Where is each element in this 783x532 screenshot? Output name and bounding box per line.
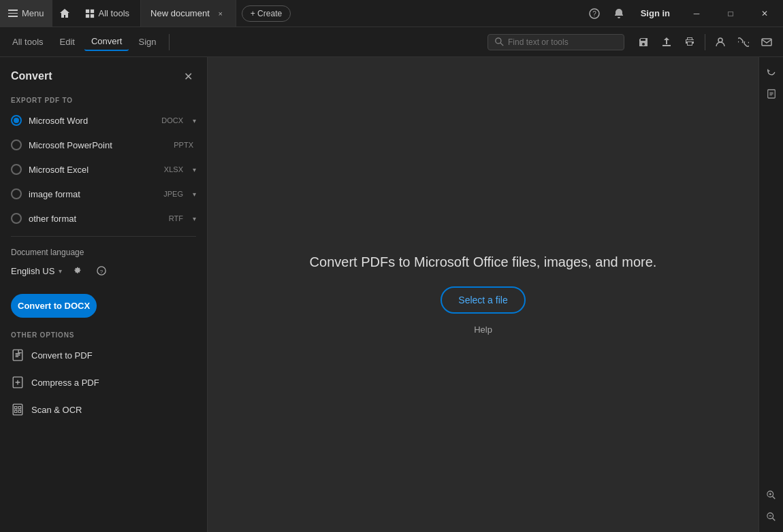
right-panel xyxy=(758,57,783,532)
menu-button[interactable]: Menu xyxy=(0,0,52,27)
radio-excel xyxy=(11,164,22,175)
svg-point-8 xyxy=(718,38,722,42)
gear-icon xyxy=(72,266,82,276)
option-microsoft-excel[interactable]: Microsoft Excel XLSX ▾ xyxy=(0,157,207,182)
tab-label: New document xyxy=(150,8,210,18)
email-button[interactable] xyxy=(756,31,778,53)
svg-rect-3 xyxy=(90,14,93,17)
convert-pdf-icon xyxy=(11,348,25,362)
close-button[interactable]: ✕ xyxy=(749,0,780,27)
save-button[interactable] xyxy=(633,31,654,53)
help-button[interactable]: ? xyxy=(584,3,605,24)
lang-row: English US ▾ ? xyxy=(11,261,196,280)
sign-in-button[interactable]: Sign in xyxy=(633,5,678,22)
print-button[interactable] xyxy=(679,31,701,53)
active-tab[interactable]: New document × xyxy=(140,0,236,27)
svg-rect-2 xyxy=(85,14,89,17)
email-icon xyxy=(761,37,772,48)
sidebar-divider xyxy=(11,236,196,237)
alltools-button[interactable]: All tools xyxy=(77,0,138,27)
bell-icon xyxy=(613,8,624,19)
option-word-label: Microsoft Word xyxy=(29,116,155,126)
svg-rect-14 xyxy=(13,404,22,415)
link-button[interactable] xyxy=(733,31,754,53)
home-icon xyxy=(59,8,70,19)
svg-text:?: ? xyxy=(592,10,596,18)
option-image-format[interactable]: image format JPEG ▾ xyxy=(0,182,207,206)
main-layout: Convert ✕ EXPORT PDF TO Microsoft Word D… xyxy=(0,57,783,532)
tab-area: New document × + Create xyxy=(138,0,584,27)
option-excel-format: XLSX xyxy=(164,165,183,173)
select-file-button[interactable]: Select a file xyxy=(441,286,525,314)
convert-nav-button[interactable]: Convert xyxy=(84,33,129,51)
radio-powerpoint xyxy=(11,139,22,150)
toolbar: All tools Edit Convert Sign xyxy=(0,27,783,57)
create-button[interactable]: + Create xyxy=(242,5,291,22)
lang-settings-button[interactable] xyxy=(67,261,86,280)
sidebar-close-button[interactable]: ✕ xyxy=(180,68,196,84)
lang-help-button[interactable]: ? xyxy=(92,261,111,280)
home-button[interactable] xyxy=(52,0,77,27)
help-icon: ? xyxy=(589,8,600,19)
alltools-nav-button[interactable]: All tools xyxy=(5,33,50,50)
search-input[interactable] xyxy=(508,37,617,47)
option-microsoft-word[interactable]: Microsoft Word DOCX ▾ xyxy=(0,108,207,133)
toolbar-icons xyxy=(633,31,778,53)
compress-pdf-option[interactable]: Compress a PDF xyxy=(0,369,207,396)
option-microsoft-powerpoint[interactable]: Microsoft PowerPoint PPTX xyxy=(0,133,207,157)
option-other-label: other format xyxy=(29,214,162,224)
alltools-label: All tools xyxy=(99,8,130,18)
menu-label: Menu xyxy=(22,8,44,18)
sidebar: Convert ✕ EXPORT PDF TO Microsoft Word D… xyxy=(0,57,208,532)
convert-button[interactable]: Convert to DOCX xyxy=(11,294,97,318)
link-icon xyxy=(738,37,749,48)
radio-other xyxy=(11,213,22,224)
svg-rect-1 xyxy=(90,9,93,12)
minimize-button[interactable]: ─ xyxy=(681,0,712,27)
user-icon xyxy=(715,37,726,48)
sign-nav-button[interactable]: Sign xyxy=(131,33,163,50)
option-ppt-label: Microsoft PowerPoint xyxy=(29,140,167,150)
option-other-format: RTF xyxy=(169,214,183,222)
content-center: Convert PDFs to Microsoft Office files, … xyxy=(310,254,657,335)
compress-icon xyxy=(11,376,25,389)
scan-ocr-option[interactable]: Scan & OCR xyxy=(0,396,207,423)
chevron-image-icon: ▾ xyxy=(193,190,196,198)
upload-button[interactable] xyxy=(656,31,677,53)
help-link[interactable]: Help xyxy=(310,325,657,335)
content-title: Convert PDFs to Microsoft Office files, … xyxy=(310,254,657,270)
user-button[interactable] xyxy=(709,31,731,53)
content-area: Convert PDFs to Microsoft Office files, … xyxy=(208,57,758,532)
toolbar-divider xyxy=(169,34,170,50)
zoom-out-icon[interactable] xyxy=(762,508,781,527)
info-icon: ? xyxy=(97,266,106,276)
refresh-icon[interactable] xyxy=(762,63,781,82)
option-other-format[interactable]: other format RTF ▾ xyxy=(0,206,207,231)
svg-text:?: ? xyxy=(100,269,103,275)
chevron-excel-icon: ▾ xyxy=(193,166,196,173)
titlebar-right: ? Sign in ─ □ ✕ xyxy=(584,0,783,27)
option-word-format: DOCX xyxy=(161,116,183,124)
maximize-button[interactable]: □ xyxy=(715,0,746,27)
convert-to-pdf-option[interactable]: Convert to PDF xyxy=(0,342,207,369)
radio-image xyxy=(11,188,22,199)
toolbar-divider-2 xyxy=(705,34,705,50)
document-icon[interactable] xyxy=(762,84,781,103)
search-bar[interactable] xyxy=(488,34,624,50)
tab-close-button[interactable]: × xyxy=(215,8,226,19)
option-image-format: JPEG xyxy=(163,190,183,198)
print-icon xyxy=(684,37,695,48)
zoom-in-icon[interactable] xyxy=(762,486,781,505)
svg-rect-0 xyxy=(85,9,89,12)
lang-dropdown[interactable]: English US ▾ xyxy=(11,266,62,276)
sidebar-title: Convert xyxy=(11,70,52,82)
scan-ocr-label: Scan & OCR xyxy=(31,405,82,415)
export-section-label: EXPORT PDF TO xyxy=(0,93,207,108)
upload-icon xyxy=(661,37,672,48)
edit-nav-button[interactable]: Edit xyxy=(53,33,82,50)
compress-pdf-label: Compress a PDF xyxy=(31,378,99,388)
option-ppt-format: PPTX xyxy=(174,141,193,149)
chevron-other-icon: ▾ xyxy=(193,215,196,222)
svg-point-6 xyxy=(496,38,501,44)
notifications-button[interactable] xyxy=(608,3,630,24)
